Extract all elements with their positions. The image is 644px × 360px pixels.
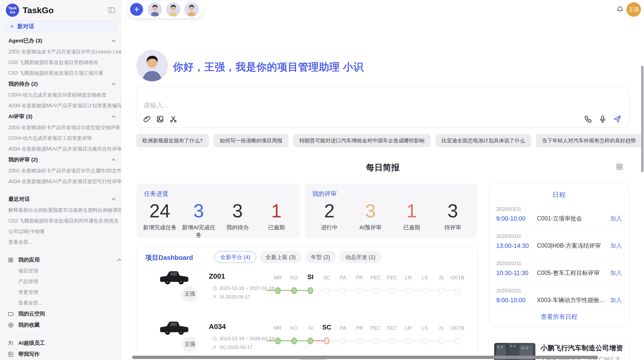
user-avatar[interactable]: 王强 xyxy=(626,2,641,17)
new-chat-button[interactable]: + 新对话 xyxy=(6,21,116,32)
sidebar-header: Task Go TaskGo xyxy=(0,3,121,19)
sidebar-section-label: 我的待办 (2) xyxy=(8,80,38,87)
sidebar-section-header[interactable]: 我的评审 (2) xyxy=(0,154,121,165)
sidebar-item[interactable]: C02-飞腾新能源轻客改款项目立项汇报方案 xyxy=(0,68,121,78)
project-date-range-row: 2023-12-19 ~ 2026-01-19 xyxy=(212,336,274,341)
app-sub-item[interactable]: 项目管理 xyxy=(0,265,121,276)
my-apps-label: 我的应用 xyxy=(18,256,40,263)
chevron-up-icon xyxy=(112,39,116,43)
agent-avatar-1[interactable] xyxy=(148,2,162,17)
suggestion-chip[interactable]: 当下年轻人对汽车外观有怎样的喜好趋势 xyxy=(536,134,642,147)
sidebar-section-label: Agent已办 (3) xyxy=(8,37,42,44)
stat-item: 1已逾期 xyxy=(257,199,296,239)
sidebar-link-label: 我的收藏 xyxy=(18,321,40,328)
attachment-icon[interactable] xyxy=(143,115,151,123)
schedule-title: 日程 xyxy=(489,190,629,199)
stat-item: 24新增完成任务 xyxy=(140,199,179,239)
milestone-dot xyxy=(455,338,460,344)
dashboard-tab[interactable]: 全新平台 (4) xyxy=(214,251,256,263)
stat-item: 3新增AI完成任务 xyxy=(179,199,218,239)
stat-label: 待评审 xyxy=(432,224,473,231)
plus-icon: + xyxy=(10,22,14,30)
sidebar-item[interactable]: C0X4-动力总成开发项目SI里程碑提交物检查 xyxy=(0,89,121,100)
sidebar-section-header-recent[interactable]: 最近对话 xyxy=(0,193,121,205)
join-meeting-link[interactable]: 加入 xyxy=(610,296,622,304)
stat-card-title: 我的评审 xyxy=(312,190,337,198)
milestone-dot xyxy=(291,287,297,294)
suggestion-chip[interactable]: 欧洲新规最近颁布了什么? xyxy=(136,134,209,147)
schedule-date: 2025/03/11 xyxy=(496,286,622,294)
sidebar-item[interactable]: A034-全新新能源MUV产品开发项目造型可行性评审 xyxy=(0,176,121,187)
milestone-dot xyxy=(455,287,460,294)
app-sub-item[interactable]: 产品管理 xyxy=(0,276,121,287)
schedule-item[interactable]: 2025/03/119:00-10:00C001-立项审批会加入 xyxy=(496,204,622,231)
sidebar-tool-label: AI超级员工 xyxy=(18,339,45,347)
recent-chat-item[interactable]: 解释最新出台的欧盟报废车法规再生塑料比例被调至15%... xyxy=(0,205,121,215)
sidebar-tool-ai-super-staff[interactable]: AI超级员工 xyxy=(0,337,121,349)
dashboard-tab[interactable]: 动总开发 (1) xyxy=(340,251,381,263)
view-all-schedule-link[interactable]: 查看所有日程 xyxy=(489,313,629,321)
suggestion-chip[interactable]: 特朗普可能对进口汽车增税会对中国车企造成哪些影响 xyxy=(293,134,431,147)
chat-input[interactable] xyxy=(143,101,499,110)
project-row[interactable]: 王强Z0012023-12-19 ~ 2027-01-19SI-2025-05-… xyxy=(137,265,477,315)
layout-grid-icon[interactable] xyxy=(616,163,623,171)
sidebar-my-apps[interactable]: 我的应用 xyxy=(0,254,121,265)
sidebar-item[interactable]: C02-飞腾新能源轻客改款项目里程碑画布 xyxy=(0,57,121,68)
sidebar-divider xyxy=(0,334,121,334)
vertical-scrollbar[interactable] xyxy=(641,66,643,172)
agent-avatar-3[interactable] xyxy=(184,2,199,17)
horizontal-scrollbar[interactable] xyxy=(132,356,598,359)
join-meeting-link[interactable]: 加入 xyxy=(610,215,622,222)
suggestion-chip[interactable]: 如何写一份清晰的项目周报 xyxy=(214,134,288,147)
scissors-icon[interactable] xyxy=(169,115,178,123)
microphone-icon[interactable] xyxy=(598,115,607,123)
chevron-up-icon xyxy=(117,259,121,263)
sidebar-item[interactable]: Z001-全新燃油皮卡产品开发项目SI节点Lesson Learn报告 xyxy=(0,46,121,57)
dashboard-tab[interactable]: 年型 (2) xyxy=(305,251,336,263)
sidebar-item[interactable]: Z001-全新燃油轻卡产品开发项目SI节点属性5D文件评审 xyxy=(0,165,121,176)
milestone-label: PR xyxy=(351,325,368,331)
recent-view-all[interactable]: 查看全部... xyxy=(0,237,121,247)
notification-bell-icon[interactable] xyxy=(616,5,624,13)
send-icon[interactable] xyxy=(613,115,621,123)
sidebar-item[interactable]: Z001-全新燃油轻卡产品开发项目SI造型提交物评审 xyxy=(0,122,121,133)
sidebar-item[interactable]: C0X4-动力总成开发项目工程变更评审 xyxy=(0,133,121,143)
agent-avatar-2[interactable] xyxy=(166,2,180,17)
sidebar-tool-label: 帮我写作 xyxy=(18,351,40,358)
stat-item: 3AI预评审 xyxy=(350,199,391,231)
milestone-dot xyxy=(340,338,346,344)
schedule-item[interactable]: 2025/03/1110:30-11:30C005-整车工程目标评审加入 xyxy=(496,259,622,286)
schedule-date: 2025/03/11 xyxy=(496,231,622,239)
schedule-item[interactable]: 2025/03/119:00-10:00X003-车辆动力学性能验...加入 xyxy=(496,286,622,313)
add-agent-button[interactable]: + xyxy=(129,2,144,17)
milestone-dot xyxy=(389,338,395,344)
join-meeting-link[interactable]: 加入 xyxy=(610,269,622,277)
sidebar-section-header[interactable]: 我的待办 (2) xyxy=(0,78,121,89)
project-flag-row: SI-2025-05-17 xyxy=(212,294,250,300)
project-row[interactable]: 王强A0342023-12-19 ~ 2026-01-19SC-2025-05-… xyxy=(137,315,477,360)
app-sub-item[interactable]: 变更管理 xyxy=(0,287,121,297)
collapse-sidebar-icon[interactable] xyxy=(108,6,115,14)
project-date-range-row: 2023-12-19 ~ 2027-01-19 xyxy=(212,286,274,291)
sidebar-tool-help-me-write[interactable]: 帮我写作 xyxy=(0,349,121,360)
clock-icon xyxy=(212,336,217,341)
schedule-item[interactable]: 2025/03/1113:00-14:30C003|H0B-方案冻结评审加入 xyxy=(496,231,622,259)
sidebar-section-header[interactable]: Agent已办 (3) xyxy=(0,35,121,46)
suggestion-chip[interactable]: 比亚迪全固态电池计划具体说了什么 xyxy=(435,134,531,147)
recent-chat-item[interactable]: 公司Q3轻卡销量 xyxy=(0,226,121,237)
sidebar-section-header[interactable]: AI评审 (3) xyxy=(0,111,121,122)
image-icon[interactable] xyxy=(156,115,164,123)
join-meeting-link[interactable]: 加入 xyxy=(610,242,622,250)
sidebar-item[interactable]: A034-全新新能源MUV产品开发项目法规符合性评审 xyxy=(0,143,121,154)
milestone-label: MR xyxy=(269,274,286,281)
recent-chat-item[interactable]: C02-飞腾新能源轻客改款项目的闭环通告反馈情况 xyxy=(0,215,121,226)
milestone-dot xyxy=(357,287,362,294)
phone-icon[interactable] xyxy=(584,115,592,123)
milestone-label: SI xyxy=(302,274,319,280)
app-sub-item[interactable]: 查看全部... xyxy=(0,297,121,308)
sidebar-cloud-space[interactable]: 我的云空间 xyxy=(0,308,121,319)
sidebar-item[interactable]: A034-全新新能源MUV产品开发项目计划变更表编写 xyxy=(0,100,121,111)
dashboard-tab[interactable]: 全新上装 (3) xyxy=(260,251,301,263)
sidebar-favorites[interactable]: 我的收藏 xyxy=(0,319,121,331)
sidebar: Task Go TaskGo + 新对话 Agent已办 (3)Z001-全新燃… xyxy=(0,0,121,360)
